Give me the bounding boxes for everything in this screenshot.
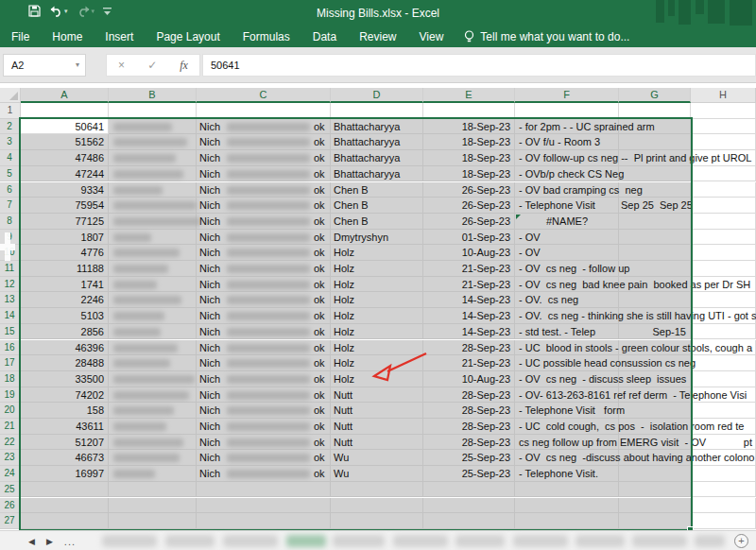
cell-E27[interactable] — [423, 513, 515, 529]
column-header-G[interactable]: G — [619, 88, 691, 103]
column-header-D[interactable]: D — [331, 88, 423, 103]
row-header-9[interactable]: 9 — [0, 230, 21, 246]
row-header-16[interactable]: 16 — [0, 340, 21, 356]
cell-F27[interactable] — [515, 513, 619, 529]
ribbon-tab-home[interactable]: Home — [41, 26, 94, 47]
ribbon-tab-formulas[interactable]: Formulas — [232, 26, 301, 47]
row-header-6[interactable]: 6 — [0, 182, 21, 198]
cell-H15[interactable] — [691, 324, 756, 340]
cell-A26[interactable] — [21, 498, 109, 514]
cell-F1[interactable] — [515, 103, 619, 119]
sheet-tab-blurred[interactable] — [632, 535, 687, 547]
cell-H8[interactable] — [691, 214, 756, 230]
sheet-tab-active-blurred[interactable] — [286, 535, 326, 547]
sheet-nav-prev-icon[interactable]: ◀ — [28, 537, 35, 546]
ribbon-tab-data[interactable]: Data — [301, 26, 348, 47]
sheet-tab-blurred[interactable] — [165, 535, 215, 547]
row-header-10[interactable]: 10 — [0, 245, 21, 261]
column-header-A[interactable]: A — [21, 88, 109, 103]
column-header-E[interactable]: E — [423, 88, 515, 103]
cell-B27[interactable] — [109, 513, 197, 529]
row-header-15[interactable]: 15 — [0, 324, 21, 340]
formula-input[interactable]: 50641 — [202, 54, 756, 77]
row-header-8[interactable]: 8 — [0, 214, 21, 230]
name-box[interactable]: A2 ▾ — [3, 54, 86, 77]
cell-B26[interactable] — [109, 498, 197, 514]
cell-D26[interactable] — [331, 498, 423, 514]
row-header-17[interactable]: 17 — [0, 355, 21, 371]
select-all-corner[interactable] — [0, 88, 21, 103]
row-header-3[interactable]: 3 — [0, 134, 21, 150]
cell-D1[interactable] — [331, 103, 423, 119]
cell-H26[interactable] — [691, 498, 756, 514]
sheet-tab-blurred[interactable] — [223, 535, 278, 547]
cell-B1[interactable] — [109, 103, 197, 119]
cell-C1[interactable] — [197, 103, 331, 119]
row-header-12[interactable]: 12 — [0, 277, 21, 293]
cell-E26[interactable] — [423, 498, 515, 514]
row-header-5[interactable]: 5 — [0, 166, 21, 182]
ribbon-tab-page-layout[interactable]: Page Layout — [145, 26, 231, 47]
sheet-tab-blurred[interactable] — [513, 535, 568, 547]
ribbon-tab-review[interactable]: Review — [348, 26, 407, 47]
ribbon-tab-file[interactable]: File — [0, 26, 41, 47]
cell-G8[interactable] — [619, 214, 691, 230]
cell-B25[interactable] — [109, 482, 197, 498]
cell-C26[interactable] — [197, 498, 331, 514]
sheet-tab-blurred[interactable] — [393, 535, 448, 547]
row-header-1[interactable]: 1 — [0, 103, 21, 119]
row-header-20[interactable]: 20 — [0, 403, 21, 419]
sheet-tab-blurred[interactable] — [455, 535, 505, 547]
cell-E1[interactable] — [423, 103, 515, 119]
cancel-icon[interactable]: × — [118, 59, 125, 72]
cell-D25[interactable] — [331, 482, 423, 498]
cell-H25[interactable] — [691, 482, 756, 498]
sheet-tab-blurred[interactable] — [333, 535, 385, 547]
cell-A1[interactable] — [21, 103, 109, 119]
cell-C27[interactable] — [197, 513, 331, 529]
ribbon-tab-insert[interactable]: Insert — [94, 26, 145, 47]
cell-E25[interactable] — [423, 482, 515, 498]
cell-G1[interactable] — [619, 103, 691, 119]
enter-icon[interactable]: ✓ — [147, 59, 157, 72]
insert-function-icon[interactable]: fx — [180, 59, 188, 73]
row-header-23[interactable]: 23 — [0, 450, 21, 466]
row-header-11[interactable]: 11 — [0, 261, 21, 277]
column-header-B[interactable]: B — [109, 88, 197, 103]
ribbon-tab-view[interactable]: View — [408, 26, 455, 47]
sheet-nav-more[interactable]: ... — [64, 536, 76, 547]
row-header-27[interactable]: 27 — [0, 513, 21, 529]
row-header-22[interactable]: 22 — [0, 435, 21, 451]
column-header-H[interactable]: H — [691, 88, 756, 103]
row-header-18[interactable]: 18 — [0, 371, 21, 387]
new-sheet-button[interactable]: + — [734, 534, 748, 548]
row-header-2[interactable]: 2 — [0, 119, 21, 135]
row-header-7[interactable]: 7 — [0, 198, 21, 214]
row-header-25[interactable]: 25 — [0, 482, 21, 498]
row-header-14[interactable]: 14 — [0, 308, 21, 324]
cell-A27[interactable] — [21, 513, 109, 529]
row-header-24[interactable]: 24 — [0, 466, 21, 482]
cell-D27[interactable] — [331, 513, 423, 529]
cell-F26[interactable] — [515, 498, 619, 514]
cell-F25[interactable] — [515, 482, 619, 498]
row-header-26[interactable]: 26 — [0, 498, 21, 514]
sheet-tab-blurred[interactable] — [576, 535, 625, 547]
cell-G26[interactable] — [619, 498, 691, 514]
row-header-4[interactable]: 4 — [0, 150, 21, 166]
sheet-tab-blurred[interactable] — [695, 535, 725, 547]
sheet-nav-next-icon[interactable]: ▶ — [46, 537, 53, 546]
column-header-C[interactable]: C — [197, 88, 331, 103]
namebox-dropdown-icon[interactable]: ▾ — [76, 55, 79, 76]
column-header-F[interactable]: F — [515, 88, 619, 103]
sheet-tab-blurred[interactable] — [102, 535, 157, 547]
row-header-19[interactable]: 19 — [0, 387, 21, 404]
row-header-21[interactable]: 21 — [0, 419, 21, 435]
row-header-13[interactable]: 13 — [0, 292, 21, 308]
cell-A25[interactable] — [21, 482, 109, 498]
cell-H27[interactable] — [691, 513, 756, 529]
tell-me-box[interactable]: Tell me what you want to do... — [455, 30, 629, 43]
cell-H1[interactable] — [691, 103, 756, 119]
cell-G25[interactable] — [619, 482, 691, 498]
cell-G27[interactable] — [619, 513, 691, 529]
